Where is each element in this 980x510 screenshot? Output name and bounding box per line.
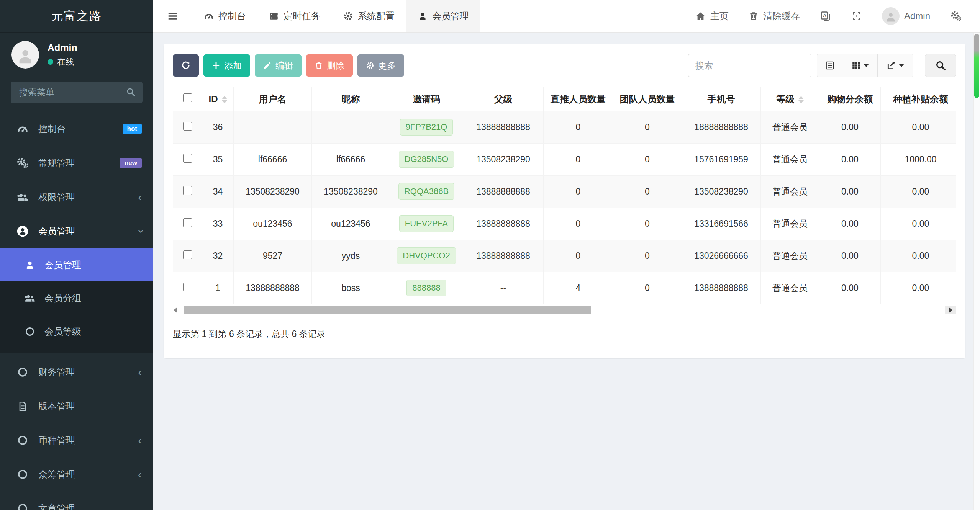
sidebar-item-label: 版本管理 — [38, 400, 142, 412]
header-direct-count: 直推人员数量 — [544, 87, 613, 111]
sidebar-item-label: 币种管理 — [38, 434, 138, 446]
tachometer-icon — [15, 123, 31, 135]
cell-username: 13508238290 — [234, 175, 312, 208]
user-panel: Admin 在线 — [0, 33, 153, 76]
cell-phone: 13026666666 — [682, 240, 761, 272]
sidebar-item-crowdfunding[interactable]: 众筹管理 ‹ — [0, 457, 153, 491]
avatar — [882, 7, 900, 25]
tab-cron-tasks[interactable]: 定时任务 — [257, 0, 332, 32]
sidebar-item-permissions[interactable]: 权限管理 ‹ — [0, 180, 153, 214]
caret-down-icon — [864, 64, 869, 67]
sidebar-item-member-groups[interactable]: 会员分组 — [0, 281, 153, 315]
circle-outline-icon — [15, 366, 31, 378]
search-toggle-button[interactable] — [925, 54, 956, 77]
row-checkbox[interactable] — [183, 218, 192, 227]
row-checkbox[interactable] — [183, 122, 192, 131]
select-all-checkbox[interactable] — [183, 93, 192, 102]
language-button[interactable]: A — [811, 0, 840, 32]
cell-username: lf66666 — [234, 143, 312, 175]
add-button[interactable]: 添加 — [203, 54, 250, 77]
sidebar-item-member-manage[interactable]: 会员管理 — [0, 248, 153, 281]
header-id[interactable]: ID — [202, 87, 234, 111]
header-username: 用户名 — [234, 87, 312, 111]
columns-dropdown-button[interactable] — [842, 54, 878, 77]
export-dropdown-button[interactable] — [878, 54, 913, 77]
table-row[interactable]: 32 9527 yyds DHVQPCO2 13888888888 0 0 13… — [173, 240, 957, 272]
detail-view-button[interactable] — [817, 54, 842, 77]
row-checkbox[interactable] — [183, 186, 192, 195]
sidebar-item-versions[interactable]: 版本管理 — [0, 389, 153, 423]
sidebar-item-label: 文章管理 — [38, 502, 142, 510]
table-row[interactable]: 33 ou123456 ou123456 FUEV2PFA 1388888888… — [173, 208, 957, 240]
horizontal-scrollbar-thumb[interactable] — [184, 306, 591, 314]
navbar-right: 主页 清除缓存 A Admin — [687, 0, 980, 32]
refresh-button[interactable] — [173, 54, 199, 77]
user-icon — [418, 11, 428, 21]
scroll-right-corner[interactable] — [945, 306, 956, 314]
toolbar-right — [688, 54, 956, 77]
tab-member-manage[interactable]: 会员管理 — [406, 0, 480, 32]
vertical-scrollbar-thumb[interactable] — [974, 34, 979, 98]
fullscreen-button[interactable] — [843, 0, 870, 32]
edit-button[interactable]: 编辑 — [255, 54, 302, 77]
sidebar-item-members[interactable]: 会员管理 ‹ — [0, 214, 153, 248]
sidebar-item-label: 会员管理 — [38, 225, 138, 237]
chevron-left-icon: ‹ — [138, 366, 142, 378]
sidebar-item-currencies[interactable]: 币种管理 ‹ — [0, 423, 153, 457]
more-button[interactable]: 更多 — [357, 54, 404, 77]
chevron-left-icon: ‹ — [138, 191, 142, 203]
cell-parent: -- — [463, 272, 544, 304]
tab-system-config[interactable]: 系统配置 — [332, 0, 406, 32]
sidebar-toggle-button[interactable] — [153, 0, 192, 32]
tab-label: 定时任务 — [284, 10, 320, 22]
user-status: 在线 — [48, 56, 77, 68]
table-row[interactable]: 36 9FP7B21Q 13888888888 0 0 18888888888 … — [173, 111, 957, 143]
svg-text:A: A — [823, 13, 826, 18]
cell-direct-count: 0 — [544, 143, 613, 175]
home-button[interactable]: 主页 — [687, 0, 737, 32]
header-planting-balance: 种植补贴余额 — [881, 87, 957, 111]
online-dot-icon — [48, 59, 53, 65]
sidebar-item-finance[interactable]: 财务管理 ‹ — [0, 355, 153, 389]
scroll-left-arrow-icon[interactable] — [174, 307, 177, 313]
navbar-tabs: 控制台 定时任务 系统配置 — [153, 0, 480, 32]
circle-outline-icon — [15, 469, 31, 480]
clear-cache-button[interactable]: 清除缓存 — [740, 0, 808, 32]
sidebar-search-input[interactable] — [11, 82, 143, 103]
cell-id: 32 — [202, 240, 234, 272]
cell-planting-balance: 0.00 — [881, 111, 957, 143]
delete-button[interactable]: 删除 — [306, 54, 353, 77]
sidebar-item-general[interactable]: 常规管理 new — [0, 146, 153, 180]
cell-planting-balance: 1000.00 — [881, 143, 957, 175]
cell-nickname: yyds — [312, 240, 390, 272]
sidebar-item-articles[interactable]: 文章管理 — [0, 491, 153, 510]
chevron-down-icon: ‹ — [134, 229, 146, 233]
table-search-input[interactable] — [688, 54, 811, 77]
tab-label: 控制台 — [218, 10, 246, 22]
admin-user-menu[interactable]: Admin — [873, 0, 939, 32]
clear-cache-label: 清除缓存 — [763, 10, 800, 22]
settings-button[interactable] — [942, 0, 970, 32]
sidebar-menu: 控制台 hot 常规管理 new 权限管理 ‹ — [0, 112, 153, 248]
cell-planting-balance: 0.00 — [881, 175, 957, 208]
tab-dashboard[interactable]: 控制台 — [192, 0, 257, 32]
users-icon — [22, 293, 38, 304]
row-checkbox[interactable] — [183, 154, 192, 163]
row-checkbox[interactable] — [183, 283, 192, 291]
cell-shopping-balance: 0.00 — [819, 111, 881, 143]
sidebar-item-dashboard[interactable]: 控制台 hot — [0, 112, 153, 146]
header-level[interactable]: 等级 — [761, 87, 819, 111]
row-checkbox[interactable] — [183, 250, 192, 259]
chevron-left-icon: ‹ — [138, 469, 142, 480]
plus-icon — [212, 61, 220, 70]
table-row[interactable]: 1 13888888888 boss 888888 -- 4 0 1388888… — [173, 272, 957, 304]
table-row[interactable]: 34 13508238290 13508238290 RQQA386B 1388… — [173, 175, 957, 208]
tab-label: 系统配置 — [358, 10, 395, 22]
invite-code-badge: 9FP7B21Q — [400, 119, 453, 136]
table-toolbar: 添加 编辑 删除 更多 — [173, 54, 956, 77]
cell-direct-count: 0 — [544, 240, 613, 272]
invite-code-badge: 888888 — [406, 280, 446, 296]
chevron-left-icon: ‹ — [138, 435, 142, 446]
sidebar-item-member-levels[interactable]: 会员等级 — [0, 315, 153, 348]
table-row[interactable]: 35 lf66666 lf66666 DG285N5O 13508238290 … — [173, 143, 957, 175]
